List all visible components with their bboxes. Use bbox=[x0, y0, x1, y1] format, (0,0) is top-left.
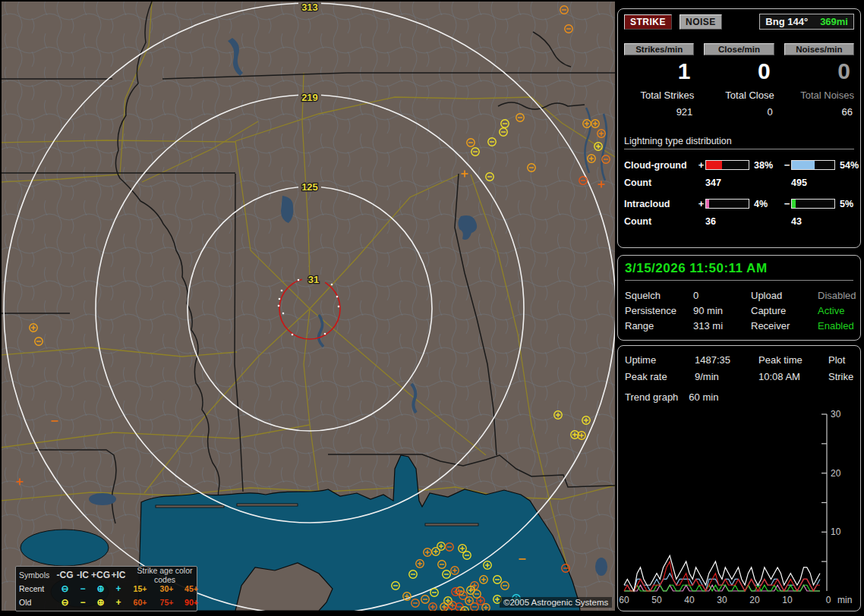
svg-text:10: 10 bbox=[782, 595, 793, 605]
lake-pontchartrain bbox=[20, 530, 109, 566]
total-strikes-label: Total Strikes bbox=[624, 90, 694, 101]
squelch-label: Squelch bbox=[625, 290, 693, 301]
age-code-45: 45+ bbox=[180, 584, 203, 593]
circle-plus-icon: ⊕ bbox=[91, 597, 110, 608]
range-value: 313 mi bbox=[693, 320, 751, 332]
trend-graph-label: Trend graph bbox=[625, 391, 678, 403]
close-counter: Close/min 0 Total Close 0 bbox=[704, 43, 774, 118]
noises-per-min-value: 0 bbox=[784, 58, 854, 83]
svg-text:20: 20 bbox=[749, 595, 760, 605]
receiver-label: Receiver bbox=[751, 320, 818, 332]
cg-plus-bar bbox=[705, 160, 749, 170]
svg-text:50: 50 bbox=[651, 595, 662, 605]
circle-minus-icon: ⊖ bbox=[55, 597, 74, 608]
bearing-range-value: 369mi bbox=[820, 16, 848, 27]
plus-icon: + bbox=[110, 597, 127, 608]
circle-minus-icon: ⊖ bbox=[55, 583, 74, 594]
svg-text:219: 219 bbox=[301, 92, 318, 103]
ic-plus-bar bbox=[705, 199, 749, 209]
trend-graph: 3020106050403020100min bbox=[618, 407, 861, 612]
svg-text:313: 313 bbox=[301, 2, 318, 13]
total-strikes-value: 921 bbox=[624, 106, 694, 118]
age-code-60: 60+ bbox=[127, 598, 153, 607]
ic-minus-count: 43 bbox=[791, 216, 859, 227]
cloud-ground-count-row: Count 347 495 bbox=[624, 178, 854, 188]
legend-row-old-label: Old bbox=[19, 598, 55, 607]
strikes-per-min-value: 1 bbox=[624, 58, 694, 83]
close-per-min-value: 0 bbox=[704, 58, 774, 83]
persistence-label: Persistence bbox=[625, 305, 693, 316]
copyright-text: ©2005 Astrogenic Systems bbox=[500, 597, 612, 608]
lightning-tracker-app: 31321912531 Symbols -CG -IC +CG +IC Stri… bbox=[0, 0, 864, 616]
minus-sign: − bbox=[783, 198, 791, 209]
close-per-min-button[interactable]: Close/min bbox=[704, 43, 774, 55]
strikes-counter: Strikes/min 1 Total Strikes 921 bbox=[624, 43, 694, 118]
upload-status: Disabled bbox=[818, 290, 856, 301]
legend-col-neg-ic: -IC bbox=[74, 570, 91, 580]
total-close-label: Total Close bbox=[704, 90, 774, 101]
svg-text:125: 125 bbox=[301, 181, 318, 193]
bearing-label: Bng 144° bbox=[765, 16, 808, 27]
ic-plus-pct: 4% bbox=[749, 199, 783, 209]
intracloud-count-row: Count 36 43 bbox=[624, 216, 854, 227]
intracloud-row: Intracloud + 4% − 5% bbox=[624, 198, 854, 209]
plot-mode-value: Strike bbox=[828, 371, 853, 382]
noises-counter: Noises/min 0 Total Noises 66 bbox=[784, 43, 854, 118]
ic-minus-pct: 5% bbox=[835, 199, 859, 209]
count-label: Count bbox=[624, 178, 697, 188]
persistence-value: 90 min bbox=[693, 305, 751, 316]
settings-grid: Squelch 0 Upload Disabled Persistence 90… bbox=[625, 288, 853, 333]
svg-text:31: 31 bbox=[308, 274, 319, 285]
svg-text:30: 30 bbox=[831, 409, 841, 420]
distribution-title: Lightning type distribution bbox=[624, 136, 854, 149]
receiver-status: Enabled bbox=[818, 320, 856, 332]
legend-col-neg-cg: -CG bbox=[55, 570, 74, 580]
svg-text:60: 60 bbox=[619, 595, 629, 605]
trend-graph-window: 60 min bbox=[689, 391, 718, 403]
bearing-display: Bng 144° 369mi bbox=[759, 14, 854, 30]
svg-text:40: 40 bbox=[684, 595, 695, 605]
age-code-90: 90+ bbox=[180, 598, 203, 607]
minus-icon: − bbox=[74, 583, 91, 594]
cg-minus-bar bbox=[791, 160, 835, 170]
age-code-75: 75+ bbox=[153, 598, 180, 607]
range-label: Range bbox=[625, 320, 693, 332]
svg-text:30: 30 bbox=[717, 595, 727, 605]
peak-rate-label: Peak rate bbox=[625, 371, 695, 382]
strike-stats-panel: STRIKE NOISE Bng 144° 369mi Strikes/min … bbox=[617, 8, 861, 248]
minus-icon: − bbox=[74, 597, 91, 608]
noise-button[interactable]: NOISE bbox=[680, 14, 722, 30]
strikes-per-min-button[interactable]: Strikes/min bbox=[624, 43, 694, 55]
legend-row-recent-label: Recent bbox=[19, 584, 55, 593]
intracloud-label: Intracloud bbox=[624, 199, 697, 209]
cg-minus-count: 495 bbox=[791, 178, 859, 188]
legend-col-pos-ic: +IC bbox=[110, 570, 127, 580]
svg-text:min: min bbox=[837, 595, 852, 605]
peak-time-label: Peak time bbox=[758, 354, 828, 366]
cg-minus-pct: 54% bbox=[835, 160, 859, 171]
trend-panel: Uptime 1487:35 Peak time Plot Peak rate … bbox=[617, 345, 861, 611]
map-canvas[interactable]: 31321912531 bbox=[2, 2, 615, 611]
strike-button[interactable]: STRIKE bbox=[624, 14, 672, 30]
noises-per-min-button[interactable]: Noises/min bbox=[784, 43, 854, 55]
legend-age-header: Strike age color codes bbox=[127, 566, 203, 584]
plus-sign: + bbox=[697, 198, 705, 209]
plus-sign: + bbox=[697, 159, 705, 171]
count-label: Count bbox=[624, 216, 697, 227]
upload-label: Upload bbox=[751, 290, 818, 301]
plot-label: Plot bbox=[828, 354, 853, 366]
age-code-30: 30+ bbox=[153, 584, 180, 593]
svg-text:10: 10 bbox=[831, 526, 841, 537]
strike-map[interactable]: 31321912531 Symbols -CG -IC +CG +IC Stri… bbox=[2, 2, 615, 611]
cg-plus-count: 347 bbox=[705, 178, 783, 188]
cg-plus-pct: 38% bbox=[749, 160, 783, 171]
minus-sign: − bbox=[783, 159, 791, 171]
uptime-label: Uptime bbox=[625, 354, 695, 366]
capture-status: Active bbox=[818, 305, 856, 316]
circle-plus-icon: ⊕ bbox=[91, 583, 110, 594]
legend-symbols-header: Symbols bbox=[19, 570, 55, 580]
cloud-ground-label: Cloud-ground bbox=[624, 160, 697, 171]
peak-rate-value: 9/min bbox=[695, 371, 758, 382]
total-noises-value: 66 bbox=[784, 106, 854, 118]
peak-time-value: 10:08 AM bbox=[758, 371, 828, 382]
